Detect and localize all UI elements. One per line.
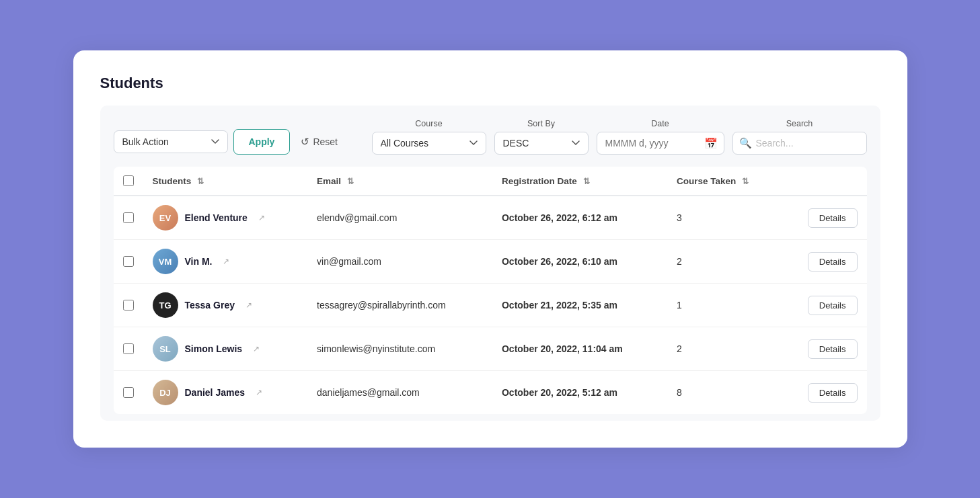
details-button[interactable]: Details [808, 383, 858, 403]
student-cell: VM Vin M. ↗ [153, 249, 299, 274]
row-checkbox-2[interactable] [123, 256, 134, 267]
student-name: Daniel James [185, 387, 246, 398]
registration-date: October 20, 2022, 5:12 am [492, 371, 667, 415]
apply-button[interactable]: Apply [233, 129, 291, 155]
student-email: simonlewis@nyinstitute.com [307, 327, 492, 371]
course-taken: 8 [667, 371, 781, 415]
details-button[interactable]: Details [808, 208, 858, 228]
student-cell: DJ Daniel James ↗ [153, 380, 299, 405]
header-action [781, 167, 866, 196]
student-cell: SL Simon Lewis ↗ [153, 336, 299, 362]
search-label: Search [732, 119, 867, 128]
header-course-taken: Course Taken ⇅ [667, 167, 781, 196]
date-group: Date 📅 [597, 119, 724, 155]
student-name: Elend Venture [185, 212, 248, 223]
course-taken: 1 [667, 284, 781, 327]
search-icon: 🔍 [739, 137, 752, 149]
header-students: Students ⇅ [143, 167, 308, 196]
avatar: TG [153, 292, 178, 318]
sort-email-icon[interactable]: ⇅ [347, 177, 354, 186]
avatar: VM [153, 249, 178, 274]
avatar: DJ [153, 380, 178, 405]
row-checkbox-3[interactable] [123, 300, 134, 310]
toolbar: Bulk Action Delete Export Apply ↺ Reset … [114, 119, 867, 155]
sort-select[interactable]: DESC ASC [494, 132, 589, 155]
reset-button[interactable]: ↺ Reset [295, 129, 343, 155]
toolbar-left: Bulk Action Delete Export Apply ↺ Reset [114, 129, 343, 155]
course-taken: 2 [667, 327, 781, 371]
row-checkbox-5[interactable] [123, 387, 134, 398]
registration-date: October 20, 2022, 11:04 am [492, 327, 667, 371]
course-select[interactable]: All Courses [372, 132, 486, 155]
course-label: Course [372, 119, 486, 128]
course-taken: 3 [667, 196, 781, 240]
student-email: danieljames@gmail.com [307, 371, 492, 415]
external-link-icon[interactable]: ↗ [223, 257, 229, 266]
sort-group: Sort By DESC ASC [494, 119, 589, 155]
bulk-action-select[interactable]: Bulk Action Delete Export [114, 130, 228, 153]
student-cell: TG Tessa Grey ↗ [153, 292, 299, 318]
search-input[interactable] [732, 132, 867, 155]
row-checkbox-4[interactable] [123, 343, 134, 354]
search-wrap: 🔍 [732, 132, 867, 155]
course-taken: 2 [667, 240, 781, 284]
student-email: vin@gmail.com [307, 240, 492, 284]
table-container: Bulk Action Delete Export Apply ↺ Reset … [100, 106, 880, 421]
sort-course-icon[interactable]: ⇅ [742, 177, 749, 186]
action-cell: Details [781, 371, 866, 415]
page-title: Students [100, 75, 880, 92]
header-registration-date: Registration Date ⇅ [492, 167, 667, 196]
header-email: Email ⇅ [307, 167, 492, 196]
student-name: Simon Lewis [185, 343, 243, 354]
details-button[interactable]: Details [808, 339, 858, 359]
student-cell: EV Elend Venture ↗ [153, 205, 299, 231]
main-card: Students Bulk Action Delete Export Apply… [73, 50, 907, 448]
row-checkbox-1[interactable] [123, 212, 134, 223]
date-input[interactable] [597, 132, 724, 155]
table-row: SL Simon Lewis ↗ simonlewis@nyinstitute.… [114, 327, 867, 371]
external-link-icon[interactable]: ↗ [258, 213, 265, 222]
student-name: Vin M. [185, 256, 213, 267]
registration-date: October 26, 2022, 6:10 am [492, 240, 667, 284]
external-link-icon[interactable]: ↗ [256, 388, 262, 397]
students-table: Students ⇅ Email ⇅ Registration Date ⇅ C… [114, 167, 867, 414]
table-row: EV Elend Venture ↗ elendv@gmail.comOctob… [114, 196, 867, 240]
date-label: Date [597, 119, 724, 128]
table-header-row: Students ⇅ Email ⇅ Registration Date ⇅ C… [114, 167, 867, 196]
details-button[interactable]: Details [808, 252, 858, 272]
registration-date: October 26, 2022, 6:12 am [492, 196, 667, 240]
sort-label: Sort By [494, 119, 589, 128]
action-cell: Details [781, 327, 866, 371]
registration-date: October 21, 2022, 5:35 am [492, 284, 667, 327]
action-cell: Details [781, 196, 866, 240]
sort-students-icon[interactable]: ⇅ [197, 177, 204, 186]
avatar: EV [153, 205, 178, 231]
header-checkbox [114, 167, 143, 196]
date-input-wrap: 📅 [597, 132, 724, 155]
course-group: Course All Courses [372, 119, 486, 155]
details-button[interactable]: Details [808, 296, 858, 315]
table-row: VM Vin M. ↗ vin@gmail.comOctober 26, 202… [114, 240, 867, 284]
search-group: Search 🔍 [732, 119, 867, 155]
student-email: tessagrey@spirallabyrinth.com [307, 284, 492, 327]
avatar: SL [153, 336, 178, 362]
external-link-icon[interactable]: ↗ [253, 344, 260, 354]
table-row: DJ Daniel James ↗ danieljames@gmail.comO… [114, 371, 867, 415]
table-row: TG Tessa Grey ↗ tessagrey@spirallabyrint… [114, 284, 867, 327]
reset-icon: ↺ [301, 136, 309, 148]
action-cell: Details [781, 240, 866, 284]
external-link-icon[interactable]: ↗ [246, 300, 252, 310]
sort-date-icon[interactable]: ⇅ [583, 177, 590, 186]
select-all-checkbox[interactable] [123, 175, 134, 186]
action-cell: Details [781, 284, 866, 327]
student-email: elendv@gmail.com [307, 196, 492, 240]
student-name: Tessa Grey [185, 300, 235, 310]
